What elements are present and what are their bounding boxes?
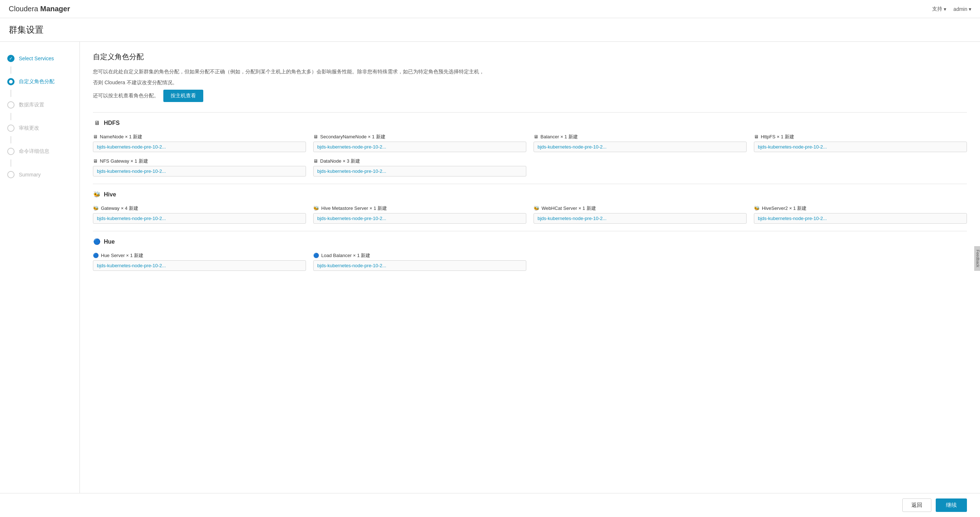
hive-role-icon-3: 🐝 [533,205,539,211]
role-host-namenode[interactable]: bjds-kubernetes-node-pre-10-2... [93,142,306,152]
role-host-hiveserver2[interactable]: bjds-kubernetes-node-pre-10-2... [754,213,967,224]
step-connector-2 [11,90,11,97]
step-circle-2 [7,78,14,85]
role-label-namenode: 🖥 NameNode × 1 新建 [93,134,306,140]
step-connector-3 [11,113,11,120]
chevron-down-icon: ▾ [944,6,946,12]
hdfs-role-icon-2: 🖥 [313,134,318,139]
role-host-gateway[interactable]: bjds-kubernetes-node-pre-10-2... [93,213,306,224]
hive-role-icon-4: 🐝 [754,205,760,211]
hdfs-role-icon-3: 🖥 [533,134,538,139]
role-item-hiveserver2: 🐝 HiveServer2 × 1 新建 bjds-kubernetes-nod… [754,205,967,224]
role-host-balancer[interactable]: bjds-kubernetes-node-pre-10-2... [533,142,747,152]
hdfs-icon: 🖥 [93,119,101,127]
feedback-tab[interactable]: Feedback [974,246,980,271]
role-host-hueserver[interactable]: bjds-kubernetes-node-pre-10-2... [93,260,306,271]
hdfs-name: HDFS [104,120,120,126]
role-item-balancer: 🖥 Balancer × 1 新建 bjds-kubernetes-node-p… [533,134,747,152]
step-circle-6 [7,171,14,178]
role-label-hiveserver2: 🐝 HiveServer2 × 1 新建 [754,205,967,212]
role-host-hivemetastore[interactable]: bjds-kubernetes-node-pre-10-2... [313,213,526,224]
sidebar-item-summary: Summary [0,167,80,183]
layout: Select Services 自定义角色分配 数据库设置 审核更改 命令详细信… [0,42,980,517]
service-section-hive: 🐝 Hive 🐝 Gateway × 4 新建 bjds-kubernetes-… [93,184,967,224]
hdfs-role-icon-6: 🖥 [313,158,318,164]
sidebar-label-customize-roles: 自定义角色分配 [19,78,54,85]
sidebar-label-command-details: 命令详细信息 [19,148,49,155]
step-circle-5 [7,148,14,155]
role-host-datanode[interactable]: bjds-kubernetes-node-pre-10-2... [313,166,526,177]
view-by-host-button[interactable]: 按主机查看 [163,90,203,102]
description-line1: 您可以在此处自定义新群集的角色分配，但如果分配不正确（例如，分配到某个主机上的角… [93,68,967,76]
role-label-hivemetastore: 🐝 Hive Metastore Server × 1 新建 [313,205,526,212]
role-label-secondarynamenode: 🖥 SecondaryNameNode × 1 新建 [313,134,526,140]
role-item-secondarynamenode: 🖥 SecondaryNameNode × 1 新建 bjds-kubernet… [313,134,526,152]
sidebar-label-review-changes: 审核更改 [19,125,39,131]
role-item-hivemetastore: 🐝 Hive Metastore Server × 1 新建 bjds-kube… [313,205,526,224]
step-circle-4 [7,124,14,132]
continue-button[interactable]: 继续 [936,498,967,512]
hive-icon: 🐝 [93,191,101,199]
role-item-nfsgateway: 🖥 NFS Gateway × 1 新建 bjds-kubernetes-nod… [93,158,306,177]
role-host-webhcat[interactable]: bjds-kubernetes-node-pre-10-2... [533,213,747,224]
page-title: 群集设置 [9,24,971,36]
support-menu[interactable]: 支持 ▾ [932,6,946,12]
step-circle-1 [7,55,14,62]
hue-header: 🔵 Hue [93,238,967,246]
role-label-loadbalancer: 🔵 Load Balancer × 1 新建 [313,252,526,259]
sidebar-item-customize-roles[interactable]: 自定义角色分配 [0,74,80,90]
step-connector-1 [11,67,11,74]
role-item-namenode: 🖥 NameNode × 1 新建 bjds-kubernetes-node-p… [93,134,306,152]
main-content: 自定义角色分配 您可以在此处自定义新群集的角色分配，但如果分配不正确（例如，分配… [80,42,980,517]
view-by-host-label: 还可以按主机查看角色分配。 [93,92,159,99]
role-item-datanode: 🖥 DataNode × 3 新建 bjds-kubernetes-node-p… [313,158,526,177]
admin-menu[interactable]: admin ▾ [953,6,971,12]
role-host-httpfs[interactable]: bjds-kubernetes-node-pre-10-2... [754,142,967,152]
role-item-hueserver: 🔵 Hue Server × 1 新建 bjds-kubernetes-node… [93,252,306,271]
role-item-loadbalancer: 🔵 Load Balancer × 1 新建 bjds-kubernetes-n… [313,252,526,271]
page-title-bar: 群集设置 [0,18,980,42]
role-label-hueserver: 🔵 Hue Server × 1 新建 [93,252,306,259]
role-label-datanode: 🖥 DataNode × 3 新建 [313,158,526,164]
header-actions: 支持 ▾ admin ▾ [932,6,971,12]
hive-name: Hive [104,191,116,198]
hdfs-role-icon-1: 🖥 [93,134,98,139]
hue-role-icon-2: 🔵 [313,253,319,258]
step-connector-5 [11,159,11,167]
bottom-bar: 返回 继续 [0,493,980,517]
role-label-nfsgateway: 🖥 NFS Gateway × 1 新建 [93,158,306,164]
hue-icon: 🔵 [93,238,101,246]
sidebar-item-command-details: 命令详细信息 [0,143,80,159]
role-label-httpfs: 🖥 HttpFS × 1 新建 [754,134,967,140]
role-host-loadbalancer[interactable]: bjds-kubernetes-node-pre-10-2... [313,260,526,271]
step-circle-3 [7,101,14,108]
role-host-secondarynamenode[interactable]: bjds-kubernetes-node-pre-10-2... [313,142,526,152]
role-label-balancer: 🖥 Balancer × 1 新建 [533,134,747,140]
sidebar-label-database-settings: 数据库设置 [19,102,44,108]
chevron-down-icon: ▾ [969,6,971,12]
header: Cloudera Manager 支持 ▾ admin ▾ [0,0,980,18]
role-host-nfsgateway[interactable]: bjds-kubernetes-node-pre-10-2... [93,166,306,177]
logo: Cloudera Manager [9,5,70,13]
sidebar-item-select-services[interactable]: Select Services [0,51,80,67]
role-item-gateway: 🐝 Gateway × 4 新建 bjds-kubernetes-node-pr… [93,205,306,224]
view-by-host-row: 还可以按主机查看角色分配。 按主机查看 [93,90,967,102]
service-section-hdfs: 🖥 HDFS 🖥 NameNode × 1 新建 bjds-kubernetes… [93,112,967,177]
role-label-webhcat: 🐝 WebHCat Server × 1 新建 [533,205,747,212]
role-item-httpfs: 🖥 HttpFS × 1 新建 bjds-kubernetes-node-pre… [754,134,967,152]
hdfs-roles-grid: 🖥 NameNode × 1 新建 bjds-kubernetes-node-p… [93,134,967,177]
back-button[interactable]: 返回 [902,498,931,512]
service-section-hue: 🔵 Hue 🔵 Hue Server × 1 新建 bjds-kubernete… [93,231,967,271]
sidebar: Select Services 自定义角色分配 数据库设置 审核更改 命令详细信… [0,42,80,517]
section-title: 自定义角色分配 [93,52,967,62]
hue-name: Hue [104,239,115,245]
step-connector-4 [11,136,11,143]
hue-role-icon-1: 🔵 [93,253,99,258]
hdfs-role-icon-4: 🖥 [754,134,759,139]
hdfs-header: 🖥 HDFS [93,119,967,127]
description-line2: 否则 Cloudera 不建议改变分配情况。 [93,78,967,86]
role-label-gateway: 🐝 Gateway × 4 新建 [93,205,306,212]
hive-role-icon-1: 🐝 [93,205,99,211]
hive-roles-grid: 🐝 Gateway × 4 新建 bjds-kubernetes-node-pr… [93,205,967,224]
sidebar-item-database-settings: 数据库设置 [0,97,80,113]
